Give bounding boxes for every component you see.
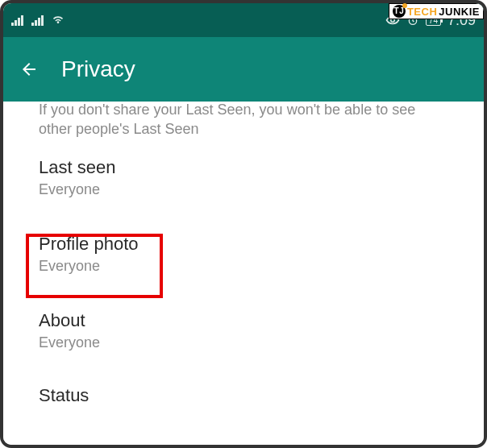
content-area: If you don't share your Last Seen, you w…	[3, 102, 484, 445]
back-icon[interactable]	[19, 60, 39, 79]
watermark-techjunkie: TECHJUNKIE	[389, 3, 484, 19]
signal-icon-sim1	[11, 15, 23, 26]
setting-title: Last seen	[39, 157, 448, 178]
wifi-icon	[52, 14, 65, 27]
watermark-junkie: JUNKIE	[439, 6, 480, 18]
privacy-hint-text: If you don't share your Last Seen, you w…	[16, 102, 471, 139]
setting-value: Everyone	[39, 334, 448, 351]
app-bar: Privacy	[3, 37, 484, 102]
setting-title: Status	[39, 385, 448, 406]
watermark-tech: TECH	[407, 6, 437, 18]
watermark-logo-icon	[393, 5, 406, 18]
setting-profile-photo[interactable]: Profile photo Everyone	[16, 216, 471, 292]
setting-value: Everyone	[39, 181, 448, 198]
setting-about[interactable]: About Everyone	[16, 292, 471, 369]
page-title: Privacy	[61, 56, 135, 82]
setting-title: Profile photo	[39, 234, 448, 255]
setting-last-seen[interactable]: Last seen Everyone	[16, 139, 471, 216]
setting-title: About	[39, 310, 448, 331]
signal-icon-sim2	[31, 15, 44, 26]
setting-status[interactable]: Status	[16, 369, 471, 424]
setting-value: Everyone	[39, 258, 448, 275]
screenshot-frame: TECHJUNKIE 74 7:09 Privacy	[0, 0, 487, 448]
